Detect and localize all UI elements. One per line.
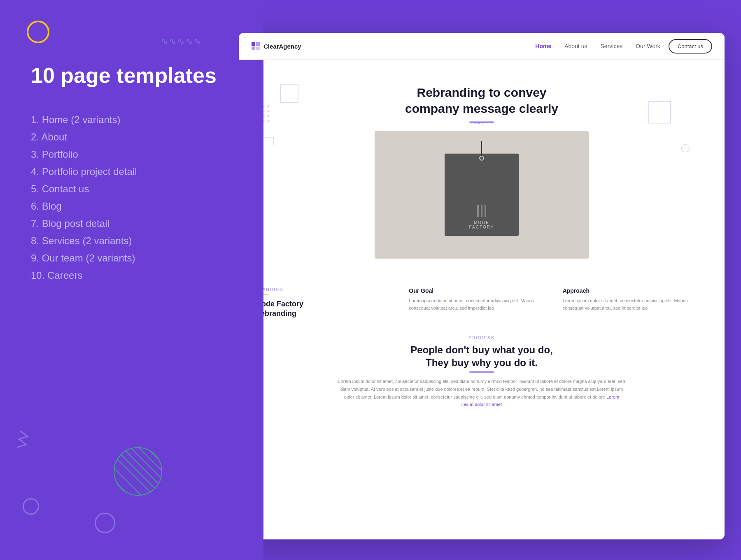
template-list: 1. Home (2 variants)2. About3. Portfolio… xyxy=(31,111,137,284)
approach-text: Lorem ipsum dolor sit amet, consectetur … xyxy=(563,297,708,312)
hero-underline: ∿∿∿∿ xyxy=(469,121,494,123)
approach-title: Approach xyxy=(563,287,708,294)
nav-logo[interactable]: ClearAgency xyxy=(251,42,301,51)
template-list-item: 3. Portfolio xyxy=(31,146,137,163)
deco-hatched-circle xyxy=(113,447,163,496)
product-image: MODEFACTORY xyxy=(375,131,589,259)
contact-button[interactable]: Contact us xyxy=(669,39,712,54)
logo-icon xyxy=(251,42,260,51)
left-panel: ∿∿∿∿∿ 10 page templates 1. Home (2 varia… xyxy=(0,0,263,560)
goal-text: Lorem ipsum dolor sit amet, consectetur … xyxy=(409,297,554,312)
nav-links: Home About us Services Our Work xyxy=(535,43,660,49)
nav-link-services[interactable]: Services xyxy=(601,43,623,49)
nav-link-about[interactable]: About us xyxy=(564,43,587,49)
template-list-item: 6. Blog xyxy=(31,198,137,215)
svg-line-2 xyxy=(113,451,163,496)
browser-mockup: ClearAgency Home About us Services Our W… xyxy=(239,33,725,539)
template-list-item: 8. Services (2 variants) xyxy=(31,232,137,250)
svg-point-34 xyxy=(267,115,270,117)
process-text: Lorem ipsum dolor sit amet, consectetur … xyxy=(338,378,626,408)
process-underline xyxy=(469,371,494,373)
deco-circle-bottom-left xyxy=(23,498,39,515)
process-title: People don't buy what you do,They buy wh… xyxy=(255,343,708,369)
tag-lines xyxy=(477,205,486,217)
svg-point-28 xyxy=(267,105,270,107)
tag-text: MODEFACTORY xyxy=(469,220,494,229)
tag-hole xyxy=(479,156,484,161)
process-label: PROCESS xyxy=(255,336,708,340)
svg-point-31 xyxy=(267,110,270,112)
tag-string xyxy=(481,141,482,156)
template-list-item: 1. Home (2 variants) xyxy=(31,111,137,128)
info-approach-col: Approach Lorem ipsum dolor sit amet, con… xyxy=(563,287,708,319)
nav-logo-text: ClearAgency xyxy=(263,43,301,50)
nav-link-ourwork[interactable]: Our Work xyxy=(636,43,660,49)
hero-section: Rebranding to conveycompany message clea… xyxy=(239,60,725,279)
main-content: Rebranding to conveycompany message clea… xyxy=(239,60,725,417)
hero-title: Rebranding to conveycompany message clea… xyxy=(255,84,708,117)
svg-line-3 xyxy=(113,447,163,496)
template-list-item: 2. About xyxy=(31,128,137,146)
template-list-item: 5. Contact us xyxy=(31,180,137,198)
svg-rect-15 xyxy=(252,47,255,50)
deco-circle-top xyxy=(27,21,49,43)
deco-circle-outline-hero xyxy=(681,144,690,152)
branding-label: BRANDING xyxy=(255,287,401,292)
product-title: Mode FactoryRebranding xyxy=(255,299,401,319)
info-section: BRANDING Mode FactoryRebranding Our Goal… xyxy=(239,279,725,327)
svg-line-7 xyxy=(136,447,163,494)
deco-wave-top: ∿∿∿∿∿ xyxy=(161,36,202,47)
nav-link-home[interactable]: Home xyxy=(535,43,551,49)
deco-rect-right xyxy=(648,101,671,124)
svg-rect-16 xyxy=(256,47,260,50)
deco-circle-mid-bottom xyxy=(95,513,115,533)
svg-line-4 xyxy=(117,447,163,496)
product-tag-card: MODEFACTORY xyxy=(445,154,519,236)
template-list-item: 4. Portfolio project detail xyxy=(31,163,137,180)
svg-line-11 xyxy=(113,469,148,496)
process-section: PROCESS People don't buy what you do,The… xyxy=(239,327,725,417)
deco-rect-left xyxy=(280,84,298,103)
main-heading: 10 page templates xyxy=(31,64,217,87)
goal-title: Our Goal xyxy=(409,287,554,294)
template-list-item: 9. Our team (2 variants) xyxy=(31,250,137,267)
template-list-item: 10. Careers xyxy=(31,267,137,284)
info-branding-col: BRANDING Mode FactoryRebranding xyxy=(255,287,401,319)
svg-rect-13 xyxy=(252,42,255,46)
template-list-item: 7. Blog post detail xyxy=(31,215,137,232)
svg-rect-14 xyxy=(256,42,260,46)
svg-point-37 xyxy=(267,120,270,122)
navigation: ClearAgency Home About us Services Our W… xyxy=(239,33,725,60)
info-goal-col: Our Goal Lorem ipsum dolor sit amet, con… xyxy=(409,287,554,319)
svg-line-10 xyxy=(113,463,154,496)
svg-line-9 xyxy=(113,457,161,496)
deco-zigzag-left xyxy=(14,429,30,454)
